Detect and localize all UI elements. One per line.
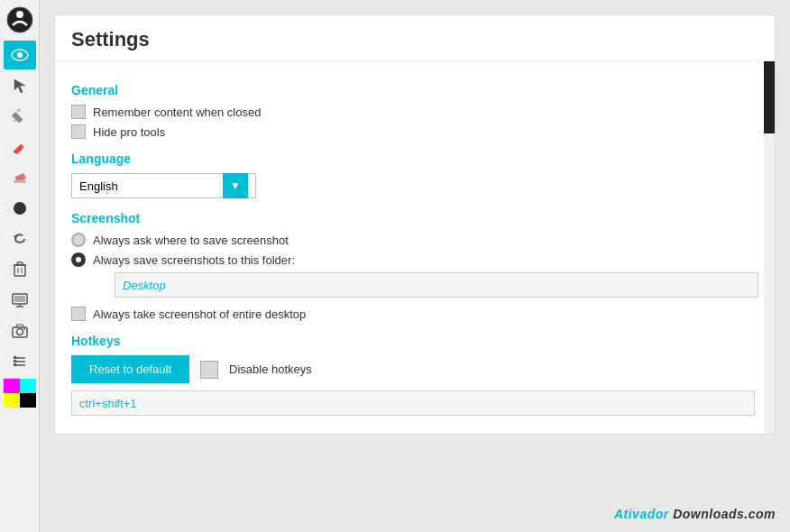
svg-rect-16 [17, 262, 23, 265]
settings-panel: Settings General Remember content when c… [54, 14, 776, 435]
svg-point-12 [14, 202, 26, 215]
watermark-suffix: Downloads.com [673, 507, 776, 521]
language-selected: English [79, 179, 118, 193]
folder-placeholder: Desktop [123, 279, 166, 292]
remember-content-label: Remember content when closed [93, 105, 261, 119]
svg-rect-29 [14, 356, 16, 359]
watermark-brand: Ativador [614, 507, 673, 521]
screenshot-heading: Screenshot [71, 211, 758, 225]
eraser-tool[interactable] [4, 163, 36, 192]
watermark: Ativador Downloads.com [614, 507, 776, 521]
svg-rect-5 [12, 112, 23, 124]
entire-desktop-checkbox[interactable] [71, 307, 86, 321]
settings-body: General Remember content when closed Hid… [55, 61, 775, 434]
always-save-folder-label: Always save screenshots to this folder: [93, 253, 295, 267]
page-title: Settings [55, 15, 775, 61]
app-logo [4, 4, 36, 36]
svg-rect-22 [14, 296, 25, 302]
svg-rect-14 [14, 265, 25, 276]
folder-path-input[interactable]: Desktop [115, 272, 758, 298]
dropdown-arrow-icon[interactable]: ▼ [223, 173, 248, 198]
monitor-tool[interactable] [4, 286, 36, 315]
ask-where-save-row: Always ask where to save screenshot [71, 233, 758, 247]
svg-point-24 [16, 329, 23, 335]
entire-desktop-label: Always take screenshot of entire desktop [93, 307, 306, 321]
circle-tool[interactable] [4, 194, 36, 223]
trash-tool[interactable] [4, 255, 36, 284]
svg-rect-31 [14, 363, 16, 366]
svg-point-3 [17, 52, 23, 58]
svg-point-9 [14, 150, 17, 153]
language-heading: Language [71, 151, 758, 166]
entire-desktop-row: Always take screenshot of entire desktop [71, 307, 758, 321]
language-dropdown[interactable]: English ▼ [71, 173, 256, 198]
language-dropdown-row: English ▼ [71, 173, 758, 198]
hide-protools-row: Hide pro tools [71, 124, 758, 139]
disable-hotkeys-checkbox[interactable] [200, 361, 218, 379]
always-save-folder-radio[interactable] [71, 252, 86, 267]
hotkey-controls-row: Reset to default Disable hotkeys [71, 355, 758, 383]
ask-where-save-radio[interactable] [71, 233, 86, 247]
svg-point-25 [23, 328, 25, 330]
hotkeys-heading: Hotkeys [71, 334, 758, 348]
main-content: Settings General Remember content when c… [40, 0, 790, 532]
pencil-tool[interactable] [4, 102, 36, 131]
undo-tool[interactable] [4, 225, 36, 253]
hotkey-shortcut-input[interactable]: ctrl+shift+1 [71, 390, 755, 416]
hide-protools-label: Hide pro tools [93, 125, 165, 139]
remember-content-checkbox[interactable] [71, 105, 86, 119]
remember-content-row: Remember content when closed [71, 105, 758, 119]
eye-tool[interactable] [4, 41, 36, 69]
svg-rect-30 [14, 360, 16, 362]
svg-rect-7 [16, 108, 21, 113]
list-tool[interactable] [4, 347, 36, 376]
hide-protools-checkbox[interactable] [71, 124, 86, 139]
marker-tool[interactable] [4, 133, 36, 161]
svg-marker-6 [14, 120, 16, 123]
scrollbar-thumb[interactable] [764, 61, 775, 133]
sidebar [0, 0, 40, 532]
cursor-tool[interactable] [4, 71, 36, 100]
always-save-folder-row: Always save screenshots to this folder: [71, 252, 758, 267]
scrollbar-track[interactable] [764, 61, 775, 434]
camera-tool[interactable] [4, 316, 36, 345]
app-window: Settings General Remember content when c… [0, 0, 790, 532]
svg-point-1 [16, 11, 23, 18]
disable-hotkeys-label: Disable hotkeys [229, 362, 312, 376]
color-palette[interactable] [4, 379, 36, 408]
reset-to-default-button[interactable]: Reset to default [71, 355, 189, 383]
ask-where-save-label: Always ask where to save screenshot [93, 234, 289, 247]
svg-marker-4 [14, 79, 25, 93]
general-heading: General [71, 83, 758, 97]
svg-rect-11 [14, 180, 26, 183]
hotkey-shortcut-value: ctrl+shift+1 [79, 397, 137, 410]
